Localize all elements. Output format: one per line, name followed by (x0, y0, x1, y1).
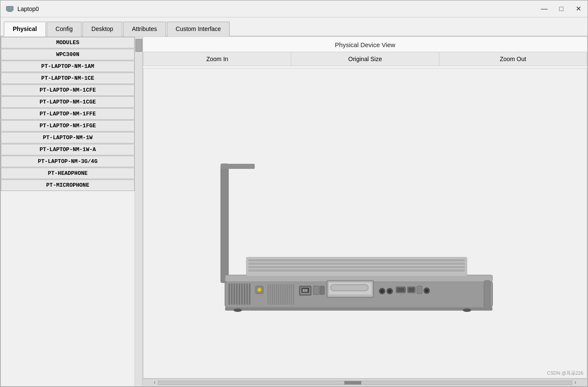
title-bar: Laptop0 — □ ✕ (0, 0, 588, 17)
svg-rect-2 (8, 11, 11, 11)
module-item-nm-3g4g[interactable]: PT-LAPTOP-NM-3G/4G (1, 156, 135, 167)
svg-rect-19 (241, 283, 243, 305)
laptop-side-view: ⬡ (212, 160, 501, 321)
module-item-nm-1ce[interactable]: PT-LAPTOP-NM-1CE (1, 73, 135, 84)
svg-rect-35 (287, 284, 288, 305)
svg-rect-31 (278, 284, 279, 305)
minimize-button[interactable]: — (540, 5, 549, 13)
content-area: MODULES WPC300N PT-LAPTOP-NM-1AM PT-LAPT… (0, 36, 588, 387)
scroll-thumb-vertical[interactable] (135, 39, 142, 52)
scroll-right-arrow[interactable]: › (572, 380, 579, 386)
zoom-out-button[interactable]: Zoom Out (439, 52, 587, 66)
svg-rect-28 (272, 284, 273, 305)
original-size-button[interactable]: Original Size (291, 52, 439, 66)
svg-rect-33 (282, 284, 284, 305)
svg-point-67 (463, 308, 471, 312)
svg-rect-42 (303, 289, 304, 292)
tab-attributes[interactable]: Attributes (123, 22, 166, 36)
svg-rect-44 (306, 289, 307, 292)
svg-point-66 (234, 308, 242, 312)
watermark: CSDN @耳朵226 (547, 370, 583, 376)
svg-rect-60 (408, 288, 414, 292)
svg-point-25 (258, 289, 261, 291)
svg-rect-36 (289, 284, 290, 305)
tab-bar: Physical Config Desktop Attributes Custo… (0, 17, 588, 36)
svg-point-63 (425, 289, 428, 292)
tab-physical[interactable]: Physical (4, 22, 46, 36)
close-button[interactable]: ✕ (574, 5, 582, 13)
window-controls: — □ ✕ (540, 5, 582, 13)
svg-rect-5 (221, 164, 228, 283)
svg-point-53 (380, 289, 384, 293)
tab-desktop[interactable]: Desktop (82, 22, 122, 36)
module-item-nm-1cfe[interactable]: PT-LAPTOP-NM-1CFE (1, 84, 135, 96)
svg-rect-43 (304, 289, 306, 292)
tab-custom-interface[interactable]: Custom Interface (167, 22, 230, 36)
module-list: MODULES WPC300N PT-LAPTOP-NM-1AM PT-LAPT… (1, 37, 142, 386)
module-item-nm-1fge[interactable]: PT-LAPTOP-NM-1FGE (1, 120, 135, 132)
module-item-wpc300n[interactable]: WPC300N (1, 49, 135, 60)
zoom-controls: Zoom In Original Size Zoom Out (143, 52, 587, 66)
svg-rect-20 (244, 283, 245, 305)
module-item-modules[interactable]: MODULES (1, 37, 135, 48)
left-panel: MODULES WPC300N PT-LAPTOP-NM-1AM PT-LAPT… (1, 37, 143, 386)
svg-rect-22 (249, 283, 250, 305)
svg-rect-16 (234, 283, 235, 305)
scroll-track-horizontal[interactable] (158, 381, 572, 385)
svg-rect-10 (248, 259, 465, 261)
svg-text:⬡: ⬡ (400, 293, 403, 297)
svg-rect-3 (7, 11, 12, 12)
svg-rect-65 (225, 307, 492, 311)
horizontal-scrollbar[interactable]: ‹ › (143, 379, 587, 386)
svg-rect-13 (248, 269, 465, 272)
module-item-microphone[interactable]: PT-MICROPHONE (1, 179, 135, 191)
svg-rect-14 (228, 283, 230, 305)
svg-rect-64 (484, 280, 490, 308)
scroll-thumb-horizontal[interactable] (344, 381, 361, 384)
svg-rect-61 (417, 286, 422, 294)
module-item-nm-1cge[interactable]: PT-LAPTOP-NM-1CGE (1, 96, 135, 108)
svg-rect-46 (320, 286, 324, 294)
module-item-nm-1ffe[interactable]: PT-LAPTOP-NM-1FFE (1, 108, 135, 120)
svg-rect-51 (331, 285, 368, 290)
right-panel: Physical Device View Zoom In Original Si… (143, 37, 587, 386)
svg-rect-21 (246, 283, 248, 305)
module-item-nm-1am[interactable]: PT-LAPTOP-NM-1AM (1, 61, 135, 72)
app-icon (6, 5, 14, 13)
svg-rect-12 (248, 266, 465, 268)
window-title: Laptop0 (17, 6, 39, 12)
svg-rect-37 (291, 284, 292, 305)
module-item-headphone[interactable]: PT-HEADPHONE (1, 168, 135, 179)
device-viewport: ⬡ CSDN @耳朵2 (143, 68, 587, 379)
svg-rect-11 (248, 263, 465, 265)
svg-rect-34 (284, 284, 286, 305)
svg-rect-6 (221, 164, 255, 169)
module-item-nm-1w[interactable]: PT-LAPTOP-NM-1W (1, 132, 135, 143)
zoom-in-button[interactable]: Zoom In (143, 52, 291, 66)
scroll-left-arrow[interactable]: ‹ (152, 380, 158, 386)
device-view-title: Physical Device View (143, 37, 587, 52)
svg-point-55 (388, 289, 391, 293)
svg-rect-38 (293, 284, 294, 305)
svg-rect-29 (274, 284, 275, 305)
svg-rect-45 (313, 286, 319, 294)
svg-rect-18 (239, 283, 240, 305)
svg-rect-30 (276, 284, 277, 305)
svg-rect-27 (270, 284, 271, 305)
tab-config[interactable]: Config (47, 22, 82, 36)
maximize-button[interactable]: □ (557, 5, 565, 13)
module-item-nm-1w-a[interactable]: PT-LAPTOP-NM-1W-A (1, 144, 135, 155)
main-window: Laptop0 — □ ✕ Physical Config Desktop At… (0, 0, 588, 387)
svg-rect-26 (267, 284, 269, 305)
title-bar-left: Laptop0 (6, 5, 39, 13)
svg-rect-32 (280, 284, 281, 305)
svg-rect-15 (231, 283, 233, 305)
svg-rect-17 (236, 283, 238, 305)
vertical-scrollbar[interactable] (135, 37, 142, 386)
svg-point-4 (11, 7, 12, 8)
svg-rect-57 (397, 288, 405, 292)
